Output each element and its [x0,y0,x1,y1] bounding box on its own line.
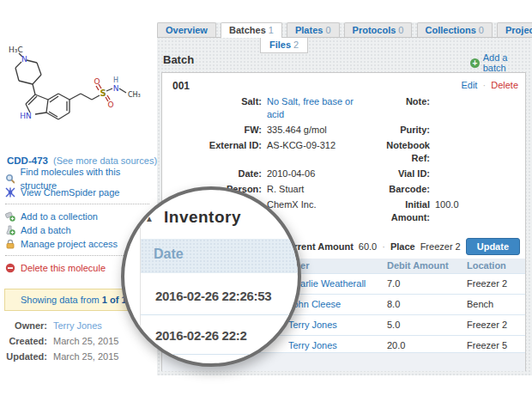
field-row: FW: 335.464 g/mol Purity: [162,124,522,137]
current-amount-value: 60.0 [359,241,377,252]
field-value [435,124,522,137]
atom-label-o: O [94,77,100,86]
lock-icon [5,239,15,249]
inventory-date-cell: 2016-02-26 22:26:53 [155,289,271,303]
chemspider-icon [5,187,15,198]
meta-label: Created: [0,333,47,349]
inventory-controls: Current Amount 60.0 · Place Freezer 2 Up… [281,238,520,255]
meta-value: March 25, 2015 [53,333,118,349]
field-label: Note: [368,95,435,121]
meta-label: Updated: [0,349,47,364]
tab-count: 2 [293,40,299,50]
atom-label-hn: HN [20,112,32,120]
place-label: Place [390,241,415,252]
atom-label-o: O [107,100,113,109]
search-icon [5,174,15,184]
meta-label: Owner: [0,318,47,333]
field-label: External ID: [162,139,267,165]
field-value: 2010-04-06 [267,168,368,180]
tag-add-icon [5,211,15,222]
flask-add-icon [5,225,15,235]
atom-label-n: N [21,55,27,64]
place-value: Freezer 2 [420,241,461,252]
date-column-header: Date [154,247,184,262]
location: Freezer 2 [467,274,525,294]
field-label: Purity: [368,124,435,137]
meta-value: March 25, 2015 [53,349,118,364]
field-value: 100.0 [435,198,522,224]
find-molecules-link[interactable]: Find molecules with this structure [5,172,153,186]
molecule-structure: H₃C N HN S O O H N CH₃ [7,10,144,151]
field-value [435,139,522,165]
add-to-collection-link[interactable]: Add to a collection [5,210,153,223]
field-row: Salt: No Salt, free base or acid Note: [162,95,522,121]
tab-files[interactable]: Files2 [260,38,308,53]
location: Freezer 2 [467,315,525,335]
separator: · [482,80,486,90]
delete-icon [5,263,15,273]
separator: · [382,241,385,252]
column-header-debit: Debit Amount [387,259,467,273]
atom-label-s: S [100,88,106,98]
update-button[interactable]: Update [466,238,520,255]
add-a-batch-link[interactable]: + Add a batch [470,52,532,73]
tab-count: 0 [479,25,484,35]
note-prefix: Showing data from [21,295,102,305]
salt-value-link[interactable]: No Salt, free base or acid [267,95,368,121]
field-value: AS-KCG-09-312 [267,139,368,165]
inventory-section-title: Inventory [164,208,241,227]
field-label: Initial Amount: [368,198,435,224]
meta-row-created: Created: March 25, 2015 [0,333,153,349]
molecule-meta: Owner: Terry Jones Created: March 25, 20… [0,318,153,364]
owner-link[interactable]: Terry Jones [53,318,102,333]
field-row: Date: 2010-04-06 Vial ID: [162,168,522,180]
meta-row-updated: Updated: March 25, 2015 [0,349,153,364]
field-label: Notebook Ref: [368,139,435,165]
atom-label-h: H [113,76,118,84]
field-value [435,183,522,196]
atom-label-n: N [113,84,119,93]
tab-protocols[interactable]: Protocols0 [344,22,413,37]
field-value: R. Stuart [267,183,368,196]
field-label: FW: [162,124,267,137]
add-plus-icon: + [470,58,480,68]
tab-batches[interactable]: Batches1 [221,22,282,38]
tab-projects[interactable]: Projects1 [497,22,532,37]
field-label: Vial ID: [368,168,435,180]
tab-overview[interactable]: Overview [157,22,216,37]
tab-bar: Overview Batches1 Plates0 Protocols0 Col… [157,22,532,38]
atom-label-h3c: H₃C [9,46,23,54]
tab-collections[interactable]: Collections0 [417,22,493,37]
batch-id: 001 [172,80,190,92]
column-header-location: Location [467,259,525,273]
magnified-table-header: Date [141,239,298,273]
atom-label-ch3: CH₃ [128,91,141,99]
batch-actions: Edit · Delete [461,80,518,90]
tab-plates[interactable]: Plates0 [287,22,340,37]
row-separator [141,314,298,315]
divider [5,204,149,204]
magnifier-circle: ▲ Inventory Date 2016-02-26 22:26:53 201… [121,186,301,367]
batch-section-title: Batch [163,53,194,66]
tab-count: 0 [325,25,330,35]
field-value [435,95,522,121]
edit-link[interactable]: Edit [461,80,477,90]
debit-amount: 7.0 [387,274,467,294]
page: Overview Batches1 Plates0 Protocols0 Col… [0,0,532,402]
debit-amount: 5.0 [387,315,467,335]
tab-count: 0 [398,25,403,35]
debit-amount: 8.0 [387,295,467,314]
field-value [435,168,522,180]
delete-link[interactable]: Delete [491,80,518,90]
field-row: External ID: AS-KCG-09-312 Notebook Ref: [162,139,522,165]
tab-count: 1 [269,25,274,35]
location: Bench [467,295,525,314]
field-value: 335.464 g/mol [267,124,368,137]
field-label: Barcode: [368,183,435,196]
inventory-date-cell: 2016-02-26 22:2 [155,328,246,343]
field-label: Date: [162,168,267,180]
meta-row-owner: Owner: Terry Jones [0,318,153,333]
collapse-triangle-icon[interactable]: ▲ [145,214,154,223]
field-label: Salt: [162,95,267,121]
